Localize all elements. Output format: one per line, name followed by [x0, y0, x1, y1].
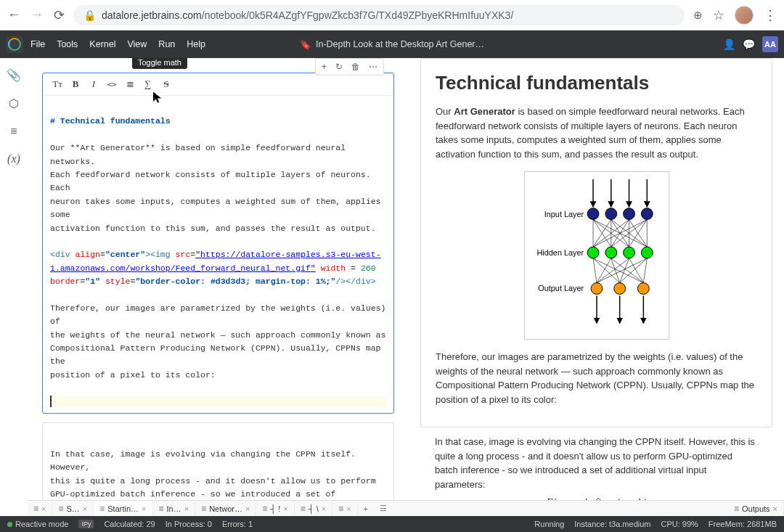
document-title[interactable]: In-Depth Look at the Desktop Art Gener…	[316, 39, 484, 49]
text-type-button[interactable]: Tт	[49, 76, 66, 92]
variables-icon[interactable]: (x)	[7, 152, 20, 165]
address-bar[interactable]: 🔒 datalore.jetbrains.com/notebook/0k5R4A…	[73, 5, 685, 25]
caret-line	[50, 396, 386, 407]
cell-action-toolbar: + ↻ 🗑 ⋯	[315, 58, 384, 75]
html-tag: /></div>	[335, 277, 375, 286]
comment-icon[interactable]: 💬	[743, 38, 755, 50]
svg-line-39	[597, 258, 647, 283]
calculated-status: Calculated: 29	[104, 520, 155, 528]
run-cell-button[interactable]: ↻	[332, 60, 346, 73]
reload-icon[interactable]: ⟳	[54, 7, 65, 23]
list-button[interactable]: ≣	[121, 76, 139, 92]
menu-tools[interactable]: Tools	[57, 39, 78, 49]
status-bar: Reactive mode IPy Calculated: 29 In Proc…	[0, 516, 784, 532]
neural-network-figure: Input Layer Hidden Layer	[524, 171, 669, 340]
markdown-cell-active[interactable]: Tт B I <> ≣ ∑ S # Technical fundamentals…	[42, 73, 394, 414]
user-avatar[interactable]: AA	[762, 36, 778, 52]
italic-button[interactable]: I	[85, 76, 102, 92]
format-toolbar: Tт B I <> ≣ ∑ S	[43, 73, 393, 96]
menu-run[interactable]: Run	[158, 39, 175, 49]
close-icon[interactable]: ×	[322, 504, 326, 513]
running-status: Running	[534, 520, 564, 528]
attachments-icon[interactable]: 📎	[7, 68, 21, 82]
left-rail: 📎 ⬡ ≡ (x)	[0, 58, 28, 502]
close-icon[interactable]: ×	[142, 504, 146, 513]
outline-icon[interactable]: ≡	[10, 125, 17, 138]
share-icon[interactable]: 👤	[723, 38, 735, 50]
html-attr: border	[50, 277, 80, 286]
html-val: "border-color: #d3d3d3; margin-top: 1%;"	[135, 277, 335, 286]
close-icon[interactable]: ×	[283, 504, 287, 513]
markdown-cell[interactable]: In that case, image is evolving via chan…	[42, 422, 394, 502]
package-icon[interactable]: ⬡	[9, 97, 19, 110]
menu-file[interactable]: File	[30, 39, 45, 49]
cell-editor[interactable]: # Technical fundamentals Our **Art Gener…	[43, 96, 393, 413]
url-domain: datalore.jetbrains.com	[102, 9, 202, 21]
add-cell-button[interactable]: +	[319, 60, 330, 73]
tab-icon: ≡	[159, 504, 164, 514]
bookmark-icon[interactable]: 🔖	[300, 39, 311, 50]
preview-paragraph: Therefore, our images are parametrized b…	[436, 350, 757, 406]
svg-text:Input Layer: Input Layer	[544, 210, 584, 218]
menu-view[interactable]: View	[127, 39, 147, 49]
close-icon[interactable]: ×	[773, 504, 777, 513]
browser-menu-icon[interactable]: ⋮	[764, 7, 777, 23]
close-icon[interactable]: ×	[346, 504, 351, 513]
close-icon[interactable]: ×	[245, 504, 250, 513]
cpu-status: CPU: 99%	[661, 520, 698, 528]
reactive-mode-status[interactable]: Reactive mode	[7, 520, 68, 528]
svg-point-43	[613, 283, 625, 295]
md-paragraph: In that case, image is evolving via chan…	[50, 449, 376, 502]
menu-kernel[interactable]: Kernel	[89, 39, 115, 49]
outputs-tab[interactable]: ≡Outputs×	[728, 501, 784, 516]
more-actions-button[interactable]: ⋯	[366, 60, 380, 73]
html-num: 260	[361, 263, 376, 273]
tab-icon: ≡	[338, 504, 343, 514]
add-tab-button[interactable]: +	[358, 504, 374, 513]
html-val: "center"	[105, 250, 145, 259]
url-path: /notebook/0k5R4AZgfYFgpwZkcb3f7G/TXd49ZP…	[202, 9, 514, 21]
bold-button[interactable]: B	[67, 76, 84, 92]
html-attr: style	[105, 277, 131, 286]
close-icon[interactable]: ×	[184, 504, 189, 513]
code-button[interactable]: <>	[103, 76, 121, 92]
tab-item[interactable]: ≡S…×	[52, 501, 94, 516]
tab-icon: ≡	[301, 504, 306, 514]
menu-help[interactable]: Help	[187, 39, 205, 49]
back-icon[interactable]: ←	[7, 7, 20, 23]
instance-status[interactable]: Instance: t3a.medium	[574, 520, 650, 528]
html-attr: width	[316, 263, 346, 273]
preview-heading: Technical fundamentals	[436, 72, 757, 94]
preview-paragraph: In that case, image is evolving via chan…	[420, 435, 772, 491]
search-icon[interactable]: ⊕	[693, 9, 703, 22]
show-all-tabs-button[interactable]: ☰	[374, 504, 393, 513]
tab-item[interactable]: ≡┤ \×	[295, 501, 332, 516]
lock-icon: 🔒	[83, 9, 96, 21]
tab-item[interactable]: ≡×	[28, 501, 52, 516]
tab-item[interactable]: ≡×	[332, 501, 357, 516]
svg-line-40	[619, 258, 647, 283]
svg-point-7	[641, 208, 653, 220]
tab-item[interactable]: ≡┤ !×	[256, 501, 294, 516]
profile-avatar[interactable]	[735, 6, 754, 25]
forward-icon[interactable]: →	[30, 7, 44, 23]
cell-editor[interactable]: In that case, image is evolving via chan…	[43, 423, 393, 502]
datalore-logo[interactable]	[6, 36, 23, 53]
svg-line-30	[593, 258, 597, 283]
svg-point-28	[641, 247, 653, 258]
tab-item[interactable]: ≡In…×	[153, 501, 196, 516]
close-icon[interactable]: ×	[83, 504, 87, 513]
errors-status[interactable]: Errors: 1	[222, 520, 253, 528]
app-menubar: File Tools Kernel View Run Help 🔖 In-Dep…	[0, 30, 784, 58]
html-val: "1"	[85, 277, 100, 286]
tab-item[interactable]: ≡Networ…×	[195, 501, 256, 516]
md-paragraph: Our **Art Generator** is based on simple…	[50, 143, 385, 232]
status-dot-icon	[7, 522, 12, 527]
math-button[interactable]: ∑	[139, 76, 157, 92]
delete-cell-button[interactable]: 🗑	[348, 60, 363, 73]
star-icon[interactable]: ☆	[713, 7, 724, 23]
editor-pane: Toggle math + ↻ 🗑 ⋯ Tт B I <> ≣ ∑ S # T	[28, 58, 406, 502]
close-icon[interactable]: ×	[41, 504, 46, 513]
tab-item[interactable]: ≡Startin…×	[94, 501, 152, 516]
strike-button[interactable]: S	[158, 76, 175, 92]
